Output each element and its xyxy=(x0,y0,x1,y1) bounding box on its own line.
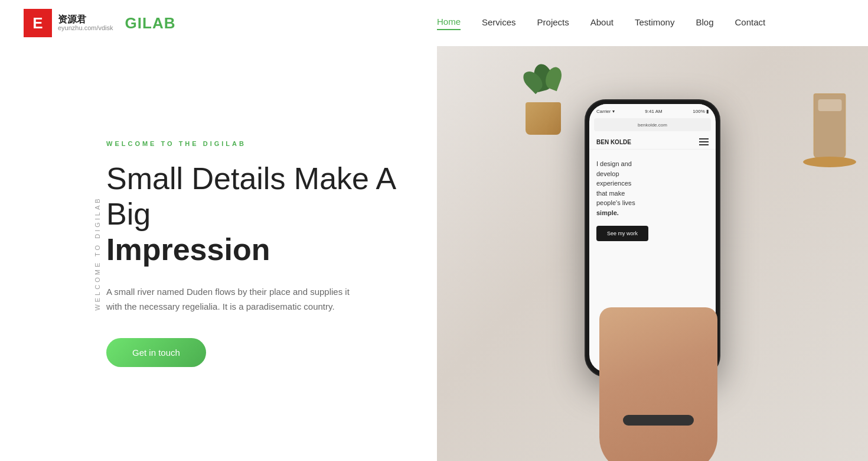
hero-title: Small Details Make A Big Impression xyxy=(106,161,402,267)
phone-hamburger-icon xyxy=(699,138,709,145)
glass-decoration xyxy=(809,82,850,158)
hero-content: WELCOME TO THE DIGILAB Small Details Mak… xyxy=(106,140,402,366)
plant-leaves xyxy=(520,64,567,105)
nav-about[interactable]: About xyxy=(590,17,614,30)
welcome-tag: WELCOME TO THE DIGILAB xyxy=(106,140,402,147)
glass-ice xyxy=(818,99,841,111)
phone-url-bar: benkolde.com xyxy=(594,118,711,131)
phone-carrier: Carrier ▾ xyxy=(596,109,615,114)
get-in-touch-button[interactable]: Get in touch xyxy=(106,338,206,367)
cork-mat xyxy=(803,157,856,167)
hero-title-line1: Small Details Make A Big xyxy=(106,161,394,231)
left-panel: WELCOME TO DIGILAB WELCOME TO THE DIGILA… xyxy=(0,46,437,461)
right-panel: Carrier ▾ 9:41 AM 100% ▮ benkolde.com BE… xyxy=(437,46,868,461)
nav-blog[interactable]: Blog xyxy=(696,17,713,30)
hero-title-line2: Impression xyxy=(106,232,270,267)
nav-links: Home Services Projects About Testimony B… xyxy=(437,17,789,30)
pot xyxy=(526,102,561,135)
phone-content: I design and develop experiences that ma… xyxy=(589,150,716,251)
phone-time: 9:41 AM xyxy=(645,109,662,114)
glass-body xyxy=(814,93,846,158)
main-container: WELCOME TO DIGILAB WELCOME TO THE DIGILA… xyxy=(0,0,868,461)
nav-services[interactable]: Services xyxy=(482,17,516,30)
plant-decoration xyxy=(514,64,573,135)
nav-contact[interactable]: Contact xyxy=(735,17,766,30)
phone-site-name: BEN KOLDE xyxy=(596,139,631,145)
logo-section: E 资源君 eyunzhu.com/vdisk GILAB xyxy=(0,9,437,37)
phone-status-bar: Carrier ▾ 9:41 AM 100% ▮ xyxy=(589,104,716,118)
phone-battery: 100% ▮ xyxy=(693,109,709,114)
vertical-text: WELCOME TO DIGILAB xyxy=(94,196,101,310)
hero-description: A small river named Duden flows by their… xyxy=(106,284,366,314)
nav-home[interactable]: Home xyxy=(437,17,461,30)
phone-cta-button[interactable]: See my work xyxy=(596,226,648,241)
logo-brand: GILAB xyxy=(125,14,176,33)
bracelet xyxy=(623,415,694,426)
logo-url: eyunzhu.com/vdisk xyxy=(58,24,113,31)
phone-nav: BEN KOLDE xyxy=(589,131,716,150)
logo-text: 资源君 eyunzhu.com/vdisk xyxy=(58,15,113,31)
logo-chinese: 资源君 xyxy=(58,15,113,24)
nav-projects[interactable]: Projects xyxy=(537,17,569,30)
navbar: E 资源君 eyunzhu.com/vdisk GILAB Home Servi… xyxy=(0,0,868,46)
hand-holding-phone xyxy=(599,307,717,461)
logo-icon: E xyxy=(24,9,52,37)
nav-testimony[interactable]: Testimony xyxy=(635,17,675,30)
phone-headline: I design and develop experiences that ma… xyxy=(596,159,709,217)
